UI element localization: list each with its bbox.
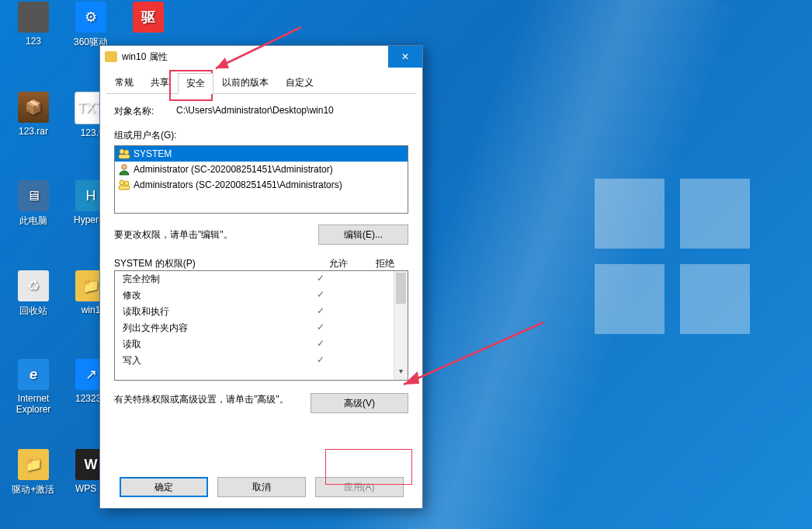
qu-icon: 驱 [133, 2, 164, 33]
object-name-label: 对象名称: [114, 105, 176, 118]
desktop-icon-rar[interactable]: 📦 123.rar [6, 92, 61, 137]
desktop-icon-label: 123 [26, 36, 41, 47]
perm-row: 列出文件夹内容 [115, 320, 394, 336]
perm-deny-check [342, 305, 386, 318]
svg-point-4 [120, 180, 124, 185]
folder-icon [105, 51, 117, 62]
perm-row: 完全控制 [115, 271, 394, 287]
perm-deny-check [342, 273, 386, 286]
desktop-icon-360[interactable]: ⚙ 360驱动 [64, 2, 118, 49]
perm-row: 读取 [115, 336, 394, 353]
perm-name: 完全控制 [123, 273, 299, 286]
user-icon [118, 163, 130, 176]
perm-col-allow: 允许 [315, 257, 362, 270]
perm-row: 写入 [115, 353, 394, 369]
archive-icon: 📦 [18, 92, 49, 123]
list-item-label: Administrator (SC-202008251451\Administr… [134, 164, 333, 175]
close-button[interactable]: ✕ [388, 46, 422, 68]
perm-row: 读取和执行 [115, 304, 394, 320]
perm-row: 修改 [115, 287, 394, 304]
perm-deny-check [342, 354, 386, 367]
advanced-hint: 有关特殊权限或高级设置，请单击"高级"。 [114, 393, 311, 406]
perm-col-deny: 拒绝 [362, 257, 408, 270]
svg-line-9 [404, 322, 543, 385]
folder-icon: 📁 [18, 449, 49, 480]
desktop-icon-123[interactable]: 123 [6, 2, 61, 47]
scroll-down-icon[interactable]: ▾ [394, 367, 408, 380]
groups-label: 组或用户名(G): [114, 129, 408, 142]
titlebar[interactable]: win10 属性 ✕ [100, 46, 422, 68]
tab-previous-versions[interactable]: 以前的版本 [213, 72, 277, 93]
computer-icon: 🖥 [18, 180, 49, 211]
edit-button[interactable]: 编辑(E)... [318, 224, 408, 245]
security-panel: 对象名称: C:\Users\Administrator\Desktop\win… [100, 94, 422, 421]
perm-deny-check [342, 322, 386, 335]
scroll-thumb[interactable] [396, 273, 406, 304]
gear-icon: ⚙ [75, 2, 106, 33]
tab-security[interactable]: 安全 [178, 73, 213, 94]
svg-point-1 [124, 150, 129, 155]
perm-name: 读取和执行 [123, 305, 299, 318]
svg-point-3 [122, 165, 127, 169]
dialog-button-row: 确定 取消 应用(A) [100, 477, 422, 497]
image-icon [18, 2, 49, 33]
perm-name: 修改 [123, 289, 299, 302]
group-icon [118, 179, 130, 191]
desktop-icon-recycle[interactable]: ♻ 回收站 [6, 270, 61, 318]
principals-list[interactable]: SYSTEM Administrator (SC-202008251451\Ad… [114, 145, 408, 214]
perm-allow-check [299, 273, 342, 286]
desktop-icon-label: 123.t [81, 127, 102, 138]
list-item[interactable]: Administrators (SC-202008251451\Administ… [115, 177, 408, 193]
properties-dialog: win10 属性 ✕ 常规 共享 安全 以前的版本 自定义 对象名称: C:\U… [99, 45, 423, 509]
svg-rect-2 [119, 155, 130, 158]
perm-allow-check [299, 322, 342, 335]
perm-header-label: SYSTEM 的权限(P) [114, 257, 315, 270]
perm-allow-check [299, 289, 342, 302]
list-item-label: Administrators (SC-202008251451\Administ… [134, 179, 342, 190]
desktop-icon-driver[interactable]: 📁 驱动+激活 [6, 449, 61, 496]
perm-allow-check [299, 305, 342, 318]
close-icon: ✕ [401, 51, 409, 62]
ok-button[interactable]: 确定 [120, 477, 208, 497]
desktop-icon-qu[interactable]: 驱 [121, 2, 175, 36]
perm-allow-check [299, 354, 342, 367]
svg-point-0 [120, 149, 124, 154]
object-name-value: C:\Users\Administrator\Desktop\win10 [176, 105, 408, 116]
tab-strip: 常规 共享 安全 以前的版本 自定义 [106, 72, 416, 94]
recycle-bin-icon: ♻ [18, 270, 49, 301]
desktop-icon-label: 此电脑 [19, 215, 47, 226]
svg-rect-6 [119, 186, 130, 190]
perm-name: 写入 [123, 354, 299, 367]
perm-name: 读取 [123, 338, 299, 351]
tab-custom[interactable]: 自定义 [277, 72, 322, 93]
desktop-icon-label: 驱动+激活 [12, 484, 54, 495]
perm-allow-check [299, 338, 342, 351]
list-item[interactable]: SYSTEM [115, 146, 408, 162]
group-icon [118, 148, 130, 160]
tab-share[interactable]: 共享 [142, 72, 178, 93]
desktop-icon-label: win1 [82, 305, 101, 315]
list-item[interactable]: Administrator (SC-202008251451\Administr… [115, 162, 408, 177]
desktop-icon-thispc[interactable]: 🖥 此电脑 [6, 180, 61, 228]
advanced-button[interactable]: 高级(V) [311, 393, 408, 413]
svg-point-5 [124, 181, 129, 186]
ie-icon: e [18, 359, 49, 390]
desktop-icon-ie[interactable]: e Internet Explorer [6, 359, 61, 415]
window-title: win10 属性 [122, 50, 168, 64]
cancel-button[interactable]: 取消 [217, 477, 306, 497]
windows-logo [595, 179, 750, 334]
tab-general[interactable]: 常规 [106, 72, 142, 93]
perm-deny-check [342, 289, 386, 302]
perm-name: 列出文件夹内容 [123, 322, 299, 335]
perm-deny-check [342, 338, 386, 351]
edit-hint: 要更改权限，请单击"编辑"。 [114, 228, 233, 242]
desktop-icon-label: 回收站 [19, 305, 47, 316]
desktop-icon-label: Internet Explorer [16, 393, 51, 415]
desktop-icon-label: 123.rar [19, 126, 48, 137]
permissions-list: 完全控制 修改 读取和执行 列出文件夹内容 [114, 270, 408, 381]
scrollbar[interactable]: ▴ ▾ [394, 271, 408, 380]
apply-button[interactable]: 应用(A) [315, 477, 404, 497]
list-item-label: SYSTEM [134, 148, 172, 159]
